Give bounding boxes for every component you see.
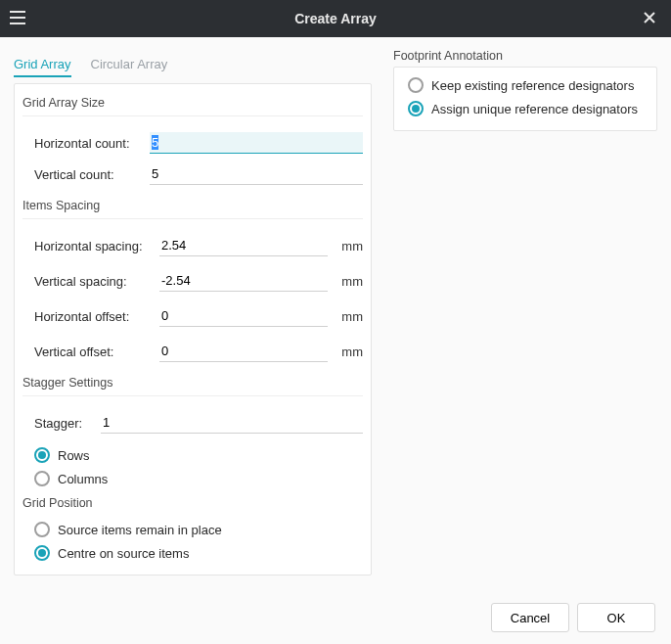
vspace-label: Vertical spacing: [34,274,152,289]
grid-array-panel: Grid Array Size Horizontal count: Vertic… [14,83,372,575]
position-keep-radio[interactable]: Source items remain in place [34,518,363,541]
stagger-columns-label: Columns [58,472,108,486]
stagger-columns-radio[interactable]: Columns [34,467,363,490]
stagger-count-label: Stagger: [34,416,93,431]
cancel-button[interactable]: Cancel [491,603,569,632]
radio-icon [34,522,50,537]
stagger-legend: Stagger Settings [22,376,363,390]
stagger-rows-label: Rows [58,448,90,463]
hoffset-input[interactable] [159,305,328,327]
hspace-unit: mm [336,239,363,253]
hoffset-label: Horizontal offset: [34,309,152,324]
dialog-footer: Cancel OK [0,591,671,644]
spacing-legend: Items Spacing [22,199,363,212]
footprint-keep-label: Keep existing reference designators [431,78,634,93]
position-centre-label: Centre on source items [58,546,189,561]
hoffset-unit: mm [336,309,363,324]
vspace-unit: mm [336,274,363,289]
close-icon[interactable] [640,8,659,27]
radio-icon [34,447,50,463]
tab-bar: Grid Array Circular Array [14,49,372,83]
vcount-input[interactable] [150,163,363,185]
position-legend: Grid Position [22,496,363,510]
footprint-assign-radio[interactable]: Assign unique reference designators [408,97,643,120]
position-keep-label: Source items remain in place [58,523,222,537]
footprint-panel: Keep existing reference designators Assi… [393,67,657,131]
hspace-input[interactable] [159,235,328,256]
stagger-count-input[interactable] [101,412,363,434]
hspace-label: Horizontal spacing: [34,239,152,253]
footprint-assign-label: Assign unique reference designators [431,102,638,116]
radio-icon [34,545,50,561]
hamburger-icon[interactable] [10,8,29,27]
radio-icon [408,101,424,116]
hcount-input[interactable] [150,132,363,154]
window-title: Create Array [294,11,377,26]
footprint-keep-radio[interactable]: Keep existing reference designators [408,73,643,97]
titlebar: Create Array [0,0,671,37]
footprint-legend: Footprint Annotation [393,49,657,63]
hcount-label: Horizontal count: [34,136,142,151]
radio-icon [34,471,50,486]
grid-size-legend: Grid Array Size [22,96,363,110]
radio-icon [408,77,424,93]
vcount-label: Vertical count: [34,167,142,182]
voffset-unit: mm [336,345,363,359]
tab-circular-array[interactable]: Circular Array [91,53,168,77]
voffset-label: Vertical offset: [34,345,152,359]
voffset-input[interactable] [159,341,328,362]
vspace-input[interactable] [159,270,328,292]
ok-button[interactable]: OK [577,603,655,632]
stagger-rows-radio[interactable]: Rows [34,443,363,467]
tab-grid-array[interactable]: Grid Array [14,53,71,77]
position-centre-radio[interactable]: Centre on source items [34,541,363,565]
